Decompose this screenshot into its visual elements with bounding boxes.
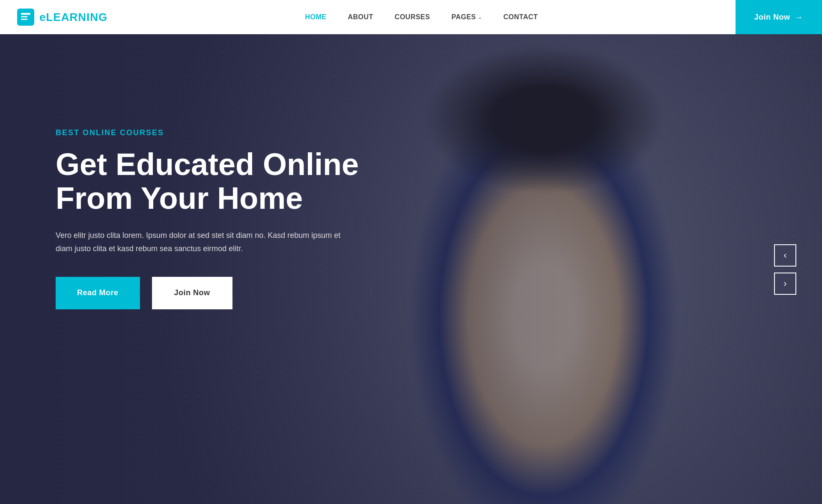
brand-icon	[17, 9, 34, 26]
hero-title-line1: Get Educated Online	[56, 147, 359, 181]
nav-item-about[interactable]: ABOUT	[348, 13, 373, 21]
join-now-button[interactable]: Join Now	[152, 277, 232, 309]
nav-link-contact[interactable]: CONTACT	[503, 13, 538, 21]
slider-prev-button[interactable]: ‹	[774, 244, 796, 267]
nav-links: HOME ABOUT COURSES PAGES ⌄ CONTACT	[305, 13, 538, 21]
nav-join-button[interactable]: Join Now →	[736, 0, 822, 34]
nav-item-contact[interactable]: CONTACT	[503, 13, 538, 21]
svg-rect-0	[21, 13, 30, 15]
hero-title: Get Educated Online From Your Home	[56, 148, 359, 215]
hero-buttons: Read More Join Now	[56, 277, 359, 309]
nav-link-about[interactable]: ABOUT	[348, 13, 373, 21]
slider-next-button[interactable]: ›	[774, 273, 796, 295]
brand-name: eLEARNING	[39, 11, 107, 24]
brand-logo[interactable]: eLEARNING	[17, 9, 107, 26]
hero-section: BEST ONLINE COURSES Get Educated Online …	[0, 34, 822, 504]
nav-item-home[interactable]: HOME	[305, 13, 326, 21]
arrow-right-icon: →	[795, 12, 804, 22]
nav-join-label: Join Now	[754, 13, 790, 22]
slider-arrows: ‹ ›	[774, 244, 796, 295]
hero-title-line2: From Your Home	[56, 181, 303, 215]
nav-link-home[interactable]: HOME	[305, 13, 326, 21]
nav-item-pages[interactable]: PAGES ⌄	[451, 13, 482, 21]
read-more-button[interactable]: Read More	[56, 277, 140, 309]
chevron-down-icon: ⌄	[478, 14, 482, 20]
hero-subtitle: BEST ONLINE COURSES	[56, 128, 359, 137]
svg-rect-2	[21, 19, 27, 20]
nav-item-courses[interactable]: COURSES	[395, 13, 430, 21]
navbar: eLEARNING HOME ABOUT COURSES PAGES ⌄ CON…	[0, 0, 822, 34]
nav-link-courses[interactable]: COURSES	[395, 13, 430, 21]
nav-link-pages[interactable]: PAGES	[451, 13, 476, 21]
hero-content: BEST ONLINE COURSES Get Educated Online …	[56, 128, 359, 309]
hero-description: Vero elitr justo clita lorem. Ipsum dolo…	[56, 229, 355, 255]
svg-rect-1	[21, 16, 27, 18]
